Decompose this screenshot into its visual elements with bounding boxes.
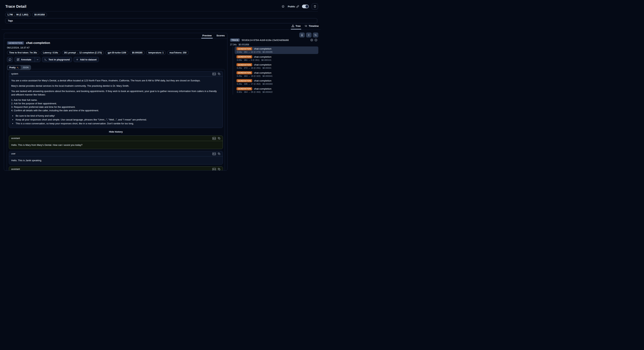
toggle-knob [306,5,308,8]
trace-id: 50163c14-9784-4cb9-b18e-23e924d0bb66 [242,39,289,42]
message-header-icons [212,168,220,170]
copy-icon[interactable] [218,137,220,140]
observation-latency: 0.25s [237,75,242,77]
message-header: system [9,71,223,76]
timeline-icon [304,24,307,27]
plus-icon [76,58,78,61]
observation-cost: $0.000341 [262,75,272,77]
annotate-button-main[interactable]: Annotate [15,57,33,62]
tab-timeline[interactable]: Timeline [304,24,319,30]
trace-tree-observation[interactable]: GENERATION chat-completion 0.25s 303 → 1… [234,70,318,78]
delete-trace-button[interactable] [312,4,318,9]
trace-tree-observation[interactable]: GENERATION chat-completion 0.25s 272 → 1… [234,62,318,70]
observation-row: GENERATION chat-completion [236,71,316,74]
observation-header: GENERATION chat-completion [7,41,224,45]
trace-type-badge: TRACE [230,38,240,42]
tree-indent-guide [233,46,233,94]
comment-button[interactable] [7,57,13,62]
trace-tree-observation[interactable]: GENERATION chat-completion 0.09s 261 → 0… [234,54,318,62]
circle-plus-icon[interactable] [310,38,313,42]
observation-latency: 0.54s [237,51,242,53]
copy-icon[interactable] [218,72,220,75]
markdown-toggle-icon[interactable] [212,168,216,170]
trace-tree-observation[interactable]: GENERATION chat-completion 0.54s 261 → 1… [234,46,318,54]
panel-tabs: Preview Scores [4,33,227,39]
message-header: assistant [9,166,223,170]
markdown-toggle-icon[interactable] [212,152,216,155]
trace-latency: 27.34s [230,43,237,46]
add-to-dataset-button[interactable]: Add to dataset [74,57,99,62]
metadata-badge: temperature: 1 [146,51,166,55]
messages-list: assistant Hello. This is Mary from Mary'… [9,136,223,170]
observation-name: chat-completion [254,72,271,74]
observation-name: chat-completion [254,48,271,50]
trace-row[interactable]: TRACE 50163c14-9784-4cb9-b18e-23e924d0bb… [230,38,318,42]
test-in-playground-button[interactable]: Test in playground [42,57,72,62]
message-header: assistant [9,136,223,141]
metadata-badge: gpt-35-turbo-1106 [106,51,128,55]
observation-latency: 0.32s [237,91,242,93]
tab-preview[interactable]: Preview [202,34,212,38]
annotate-dropdown[interactable] [35,57,40,62]
public-toggle[interactable] [302,4,309,8]
observation-metadata-badges: Time to first token: 7m 36s Latency: 0.5… [7,51,224,55]
markdown-toggle-icon[interactable] [212,72,216,75]
tab-scores[interactable]: Scores [216,34,225,38]
observation-tokens: 261 → 0 (Σ 261) [244,59,260,61]
observation-name: chat-completion [254,88,271,90]
message-role: user [11,152,16,155]
active-tab-underline [291,29,302,30]
observation-cost: $0.000131 [262,59,271,61]
trace-tree-observation[interactable]: GENERATION chat-completion 0.26s 335 → 1… [234,78,318,86]
message-header: user [9,151,223,156]
header-actions: Public [282,4,318,9]
copy-icon[interactable] [218,152,220,155]
hide-history-button[interactable]: Hide history [9,130,223,133]
collapse-all-button[interactable] [306,32,312,38]
tags-box[interactable]: Tags [5,18,317,23]
observation-latency: 0.26s [237,83,242,85]
public-link[interactable]: Public [288,5,299,8]
observation-type-badge: GENERATION [236,63,252,66]
trace-cost-badge: $0.001858 [32,13,47,17]
observation-metrics: 0.25s 272 → 19 (Σ 291) $0.00031 [236,67,316,69]
tab-tree[interactable]: Tree [292,24,301,30]
observation-name: chat-completion [254,56,271,58]
observation-tokens: 303 → 19 (Σ 322) [244,75,260,77]
metadata-badge: $0.000285 [130,51,145,55]
markdown-toggle-icon[interactable] [212,137,216,140]
observation-latency: 0.09s [237,59,242,61]
active-tab-underline [201,38,213,38]
scores-award-button[interactable] [299,32,305,38]
trace-tree: GENERATION chat-completion 0.54s 261 → 1… [234,46,318,94]
pen-square-icon [17,58,20,61]
tab-scores-label: Scores [216,34,225,37]
star-icon[interactable] [282,5,285,8]
tree-icon [292,24,294,27]
metadata-badge: Time to first token: 7m 36s [7,51,39,55]
observation-preview-card: Preview Scores GENERATION chat-completio… [4,33,228,170]
tab-tree-label: Tree [296,24,301,27]
copy-icon[interactable] [218,168,220,170]
observation-row: GENERATION chat-completion [236,55,316,58]
annotate-button[interactable]: Annotate [14,57,40,62]
observation-row: GENERATION chat-completion [236,87,316,90]
message: assistant Hey Janik! What can I do for y… [9,166,223,170]
test-in-playground-label: Test in playground [48,58,70,61]
circle-minus-icon[interactable] [314,38,318,42]
observation-type-badge: GENERATION [236,87,252,90]
message-header-icons [212,152,220,155]
observation-tokens: 364 → 29 (Σ 393) [244,91,260,93]
metrics-percent-button[interactable] [313,32,318,38]
observation-row: GENERATION chat-completion [236,63,316,66]
observation-tokens: 261 → 12 (Σ 273) [244,51,260,53]
public-label: Public [288,5,295,8]
message-system: system You are a voice assistant for Mar… [9,71,223,128]
trace-tokens-badge: 1,796 → 96 (Σ 1,892) [5,13,30,17]
observation-row: GENERATION chat-completion [236,79,316,82]
trace-tree-observation[interactable]: GENERATION chat-completion 0.32s 364 → 2… [234,86,318,94]
message-body: Hello. This is Mary from Mary's Dental. … [9,141,223,149]
trace-expand-actions [310,38,318,42]
message: user Hello. This is Janik speaking. [9,151,223,164]
sparkles-icon [16,66,19,69]
